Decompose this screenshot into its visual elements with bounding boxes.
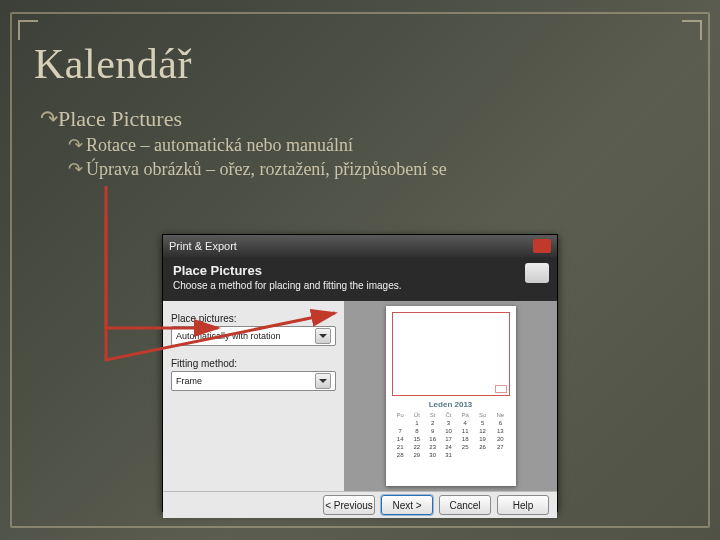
calendar-day: 8 [409,427,425,435]
calendar-day: 4 [456,419,473,427]
calendar-day: 16 [425,435,441,443]
calendar-day: 26 [474,443,491,451]
dialog-titlebar: Print & Export [163,235,557,257]
combo-place-pictures[interactable]: Automatically with rotation [171,326,336,346]
dialog-header-subtitle: Choose a method for placing and fitting … [173,280,547,291]
calendar-day: 5 [474,419,491,427]
calendar-dow: So [474,411,491,419]
calendar-day: 3 [441,419,457,427]
dialog-window-title: Print & Export [169,240,237,252]
calendar-day: 7 [392,427,409,435]
calendar-day [474,451,491,459]
calendar-day: 22 [409,443,425,451]
calendar-dow: Čt [441,411,457,419]
close-icon[interactable] [533,239,551,253]
calendar-day: 29 [409,451,425,459]
preview-page: Leden 2013 PoÚtStČtPáSoNe 12345678910111… [386,306,516,486]
label-fitting-method: Fitting method: [171,358,336,369]
combo-value: Frame [176,376,202,386]
next-button[interactable]: Next > [381,495,433,515]
calendar-day: 12 [474,427,491,435]
chevron-down-icon [315,328,331,344]
calendar-day: 28 [392,451,409,459]
slide-title: Kalendář [34,40,686,88]
calendar-dow: Ne [491,411,509,419]
dialog-preview-area: Leden 2013 PoÚtStČtPáSoNe 12345678910111… [344,301,557,491]
combo-value: Automatically with rotation [176,331,281,341]
calendar-day: 27 [491,443,509,451]
calendar-dow: Pá [456,411,473,419]
calendar-day: 23 [425,443,441,451]
calendar-day: 18 [456,435,473,443]
calendar-day: 30 [425,451,441,459]
previous-button[interactable]: < Previous [323,495,375,515]
calendar-day: 17 [441,435,457,443]
calendar-day: 2 [425,419,441,427]
calendar-day: 15 [409,435,425,443]
bullet-level2-a: ↷Rotace – automatická nebo manuální [68,134,686,156]
bullet-text: Place Pictures [58,106,182,131]
calendar-title: Leden 2013 [392,400,510,409]
bullet-text: Rotace – automatická nebo manuální [86,135,353,155]
calendar-day: 20 [491,435,509,443]
screenshot-dialog: Print & Export Place Pictures Choose a m… [162,234,558,512]
calendar-day: 21 [392,443,409,451]
calendar-grid: PoÚtStČtPáSoNe 1234567891011121314151617… [392,411,510,459]
calendar-day: 9 [425,427,441,435]
calendar-day [456,451,473,459]
calendar-day: 11 [456,427,473,435]
cancel-button[interactable]: Cancel [439,495,491,515]
calendar-day [392,419,409,427]
dialog-footer: < Previous Next > Cancel Help [163,491,557,518]
calendar-day: 19 [474,435,491,443]
dialog-header-title: Place Pictures [173,263,547,278]
combo-fitting-method[interactable]: Frame [171,371,336,391]
preview-photo-placeholder [392,312,510,396]
calendar-day: 13 [491,427,509,435]
help-button[interactable]: Help [497,495,549,515]
bullet-level2-b: ↷Úprava obrázků – ořez, roztažení, přizp… [68,158,686,180]
calendar-day: 24 [441,443,457,451]
calendar-day: 14 [392,435,409,443]
calendar-dow: Po [392,411,409,419]
calendar-day: 10 [441,427,457,435]
dialog-left-panel: Place pictures: Automatically with rotat… [163,301,344,491]
bullet-level1: ↷Place Pictures [40,106,686,132]
bullet-text: Úprava obrázků – ořez, roztažení, přizpů… [86,159,447,179]
chevron-down-icon [315,373,331,389]
dialog-header: Place Pictures Choose a method for placi… [163,257,557,301]
calendar-dow: St [425,411,441,419]
calendar-day: 31 [441,451,457,459]
calendar-day: 25 [456,443,473,451]
calendar-day: 1 [409,419,425,427]
calendar-dow: Út [409,411,425,419]
calendar-day [491,451,509,459]
label-place-pictures: Place pictures: [171,313,336,324]
calendar-day: 6 [491,419,509,427]
printer-icon [525,263,549,283]
